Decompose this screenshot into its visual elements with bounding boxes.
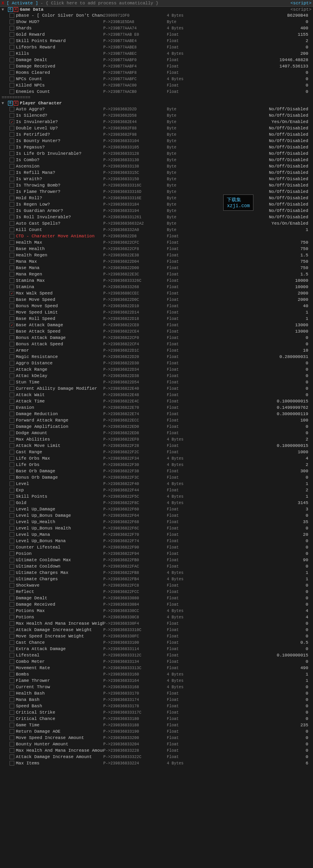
row-checkbox[interactable] (10, 139, 14, 143)
row-checkbox[interactable] (10, 380, 14, 385)
row-checkbox[interactable] (10, 316, 14, 321)
row-checkbox[interactable] (10, 532, 14, 537)
row-checkbox[interactable] (10, 742, 14, 747)
row-checkbox[interactable] (10, 545, 14, 550)
row-checkbox[interactable] (10, 570, 14, 575)
row-checkbox[interactable] (10, 405, 14, 410)
player-char-toggle[interactable]: ▼ (2, 101, 6, 106)
row-checkbox[interactable] (10, 253, 14, 258)
row-checkbox[interactable] (10, 723, 14, 728)
row-checkbox[interactable] (10, 132, 14, 137)
row-checkbox[interactable] (10, 672, 14, 677)
row-checkbox[interactable] (10, 164, 14, 169)
row-checkbox[interactable] (10, 202, 14, 207)
row-checkbox[interactable] (10, 183, 14, 188)
row-checkbox[interactable] (10, 640, 14, 645)
row-checkbox[interactable] (10, 189, 14, 194)
row-checkbox[interactable] (10, 77, 14, 81)
player-char-check-icon[interactable]: B (8, 101, 13, 106)
row-checkbox[interactable] (10, 513, 14, 518)
row-checkbox[interactable] (10, 729, 14, 734)
row-checkbox[interactable] (10, 634, 14, 639)
row-checkbox[interactable] (10, 259, 14, 264)
row-checkbox[interactable] (10, 342, 14, 346)
row-checkbox[interactable] (10, 399, 14, 404)
row-checkbox[interactable] (10, 748, 14, 753)
row-checkbox[interactable] (10, 335, 14, 340)
row-checkbox[interactable] (10, 456, 14, 461)
row-checkbox[interactable] (10, 710, 14, 715)
row-checkbox[interactable] (10, 170, 14, 175)
row-checkbox[interactable] (10, 348, 14, 353)
game-data-x-icon[interactable]: X (14, 7, 18, 12)
row-checkbox[interactable] (10, 158, 14, 162)
game-data-toggle[interactable]: ▼ (2, 8, 6, 12)
row-checkbox[interactable] (10, 418, 14, 423)
player-char-x-icon[interactable]: X (14, 101, 18, 106)
row-checkbox[interactable] (10, 507, 14, 512)
row-checkbox[interactable] (10, 45, 14, 50)
row-checkbox[interactable] (10, 297, 14, 302)
row-checkbox[interactable] (10, 437, 14, 442)
row-checkbox[interactable] (10, 551, 14, 556)
row-checkbox[interactable] (10, 354, 14, 359)
row-checkbox[interactable] (10, 412, 14, 416)
row-checkbox[interactable] (10, 761, 14, 766)
row-checkbox[interactable] (10, 304, 14, 308)
row-checkbox[interactable] (10, 26, 14, 31)
row-checkbox[interactable] (10, 215, 14, 219)
row-checkbox[interactable] (10, 653, 14, 658)
row-checkbox[interactable] (10, 704, 14, 708)
row-checkbox[interactable] (10, 89, 14, 94)
row-checkbox[interactable]: ✓ (10, 291, 14, 296)
close-button[interactable]: X (2, 1, 4, 6)
row-checkbox[interactable] (10, 431, 14, 435)
row-checkbox[interactable] (10, 151, 14, 156)
row-checkbox[interactable]: ✓ (10, 323, 14, 327)
row-checkbox[interactable] (10, 589, 14, 594)
row-checkbox[interactable] (10, 754, 14, 759)
row-checkbox[interactable] (10, 659, 14, 664)
row-checkbox[interactable] (10, 596, 14, 600)
row-checkbox[interactable] (10, 621, 14, 626)
row-checkbox[interactable] (10, 393, 14, 397)
row-checkbox[interactable] (10, 494, 14, 499)
row-checkbox[interactable] (10, 697, 14, 702)
row-checkbox[interactable] (10, 647, 14, 651)
row-checkbox[interactable] (10, 500, 14, 505)
row-checkbox[interactable] (10, 481, 14, 486)
activate-label[interactable]: [ Activate ] (7, 1, 38, 6)
row-checkbox[interactable] (10, 627, 14, 632)
row-checkbox[interactable] (10, 234, 14, 239)
row-checkbox[interactable] (10, 691, 14, 696)
row-checkbox[interactable] (10, 520, 14, 524)
row-checkbox[interactable] (10, 227, 14, 232)
pbase-checkbox[interactable] (10, 13, 14, 18)
row-checkbox[interactable] (10, 221, 14, 226)
row-checkbox[interactable] (10, 678, 14, 683)
row-checkbox[interactable] (10, 583, 14, 588)
row-checkbox[interactable] (10, 361, 14, 366)
row-checkbox[interactable] (10, 126, 14, 131)
row-checkbox[interactable] (10, 488, 14, 493)
row-checkbox[interactable] (10, 278, 14, 283)
row-checkbox[interactable] (10, 208, 14, 213)
row-checkbox[interactable] (10, 145, 14, 150)
row-checkbox[interactable] (10, 58, 14, 62)
row-checkbox[interactable] (10, 615, 14, 620)
row-checkbox[interactable] (10, 716, 14, 721)
row-checkbox[interactable] (10, 285, 14, 289)
row-checkbox[interactable] (10, 386, 14, 391)
row-checkbox[interactable] (10, 329, 14, 334)
row-checkbox[interactable] (10, 602, 14, 607)
row-checkbox[interactable] (10, 443, 14, 448)
row-checkbox[interactable] (10, 608, 14, 613)
row-checkbox[interactable] (10, 577, 14, 581)
row-checkbox[interactable] (10, 564, 14, 569)
row-checkbox[interactable] (10, 469, 14, 473)
row-checkbox[interactable] (10, 424, 14, 429)
row-checkbox[interactable] (10, 558, 14, 562)
row-checkbox[interactable] (10, 240, 14, 245)
row-checkbox[interactable] (10, 685, 14, 689)
row-checkbox[interactable] (10, 196, 14, 200)
